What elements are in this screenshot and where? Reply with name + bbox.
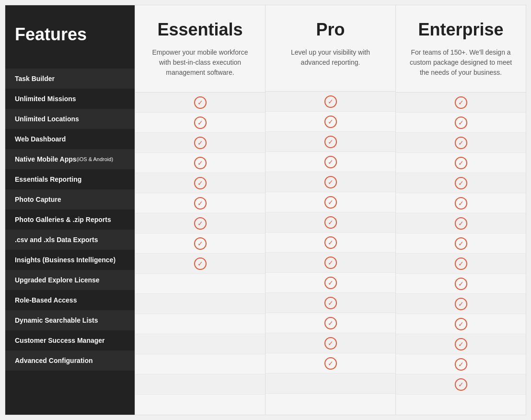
check-icon: ✓ bbox=[194, 137, 207, 149]
enterprise-column: Enterprise For teams of 150+. We'll desi… bbox=[395, 5, 526, 415]
check-icon: ✓ bbox=[455, 338, 467, 350]
feature-label: Dynamic Searchable Lists bbox=[15, 316, 98, 324]
check-cell: ✓ bbox=[266, 353, 395, 373]
enterprise-checks: ✓✓✓✓✓✓✓✓✓✓✓✓✓✓✓ bbox=[396, 93, 526, 395]
check-icon: ✓ bbox=[194, 197, 207, 210]
check-cell: ✓ bbox=[135, 233, 265, 254]
feature-item: Photo Capture bbox=[5, 189, 135, 210]
feature-label: Unlimited Missions bbox=[15, 95, 76, 103]
check-icon: ✓ bbox=[324, 156, 337, 168]
check-cell: ✓ bbox=[396, 113, 526, 133]
check-cell: ✓ bbox=[135, 173, 265, 193]
check-icon: ✓ bbox=[324, 317, 337, 329]
check-cell bbox=[135, 354, 265, 374]
check-cell: ✓ bbox=[396, 314, 526, 334]
check-cell: ✓ bbox=[396, 233, 526, 254]
check-cell: ✓ bbox=[266, 313, 395, 333]
check-icon: ✓ bbox=[324, 196, 337, 209]
check-cell: ✓ bbox=[266, 233, 395, 253]
check-cell: ✓ bbox=[135, 93, 265, 113]
feature-item: Essentials Reporting bbox=[5, 169, 135, 189]
feature-label: Native Mobile Apps bbox=[15, 155, 77, 163]
check-icon: ✓ bbox=[194, 96, 207, 109]
check-icon: ✓ bbox=[194, 237, 207, 250]
check-icon: ✓ bbox=[455, 197, 467, 210]
check-cell: ✓ bbox=[266, 273, 395, 293]
check-cell bbox=[135, 274, 265, 294]
check-icon: ✓ bbox=[324, 257, 337, 269]
feature-item: Unlimited Locations bbox=[5, 109, 135, 129]
feature-item: Dynamic Searchable Lists bbox=[5, 310, 135, 330]
check-cell: ✓ bbox=[266, 253, 395, 273]
pro-header: Pro Level up your visibility with advanc… bbox=[266, 5, 395, 92]
feature-label: Photo Capture bbox=[15, 196, 61, 203]
check-icon: ✓ bbox=[324, 337, 337, 350]
features-header: Features bbox=[5, 5, 135, 69]
essentials-column: Essentials Empower your mobile workforce… bbox=[135, 5, 265, 415]
feature-label: Customer Success Manager bbox=[15, 337, 105, 344]
check-icon: ✓ bbox=[324, 136, 337, 148]
pricing-table: Features Task BuilderUnlimited MissionsU… bbox=[5, 5, 526, 415]
check-cell: ✓ bbox=[396, 334, 526, 354]
feature-item: Unlimited Missions bbox=[5, 89, 135, 109]
check-icon: ✓ bbox=[455, 257, 467, 270]
check-cell: ✓ bbox=[135, 153, 265, 173]
features-list: Task BuilderUnlimited MissionsUnlimited … bbox=[5, 69, 135, 371]
check-icon: ✓ bbox=[455, 378, 467, 391]
essentials-header: Essentials Empower your mobile workforce… bbox=[135, 5, 265, 93]
check-cell: ✓ bbox=[266, 92, 395, 112]
check-icon: ✓ bbox=[455, 318, 467, 330]
check-icon: ✓ bbox=[455, 137, 467, 149]
feature-item: Role-Based Access bbox=[5, 290, 135, 310]
check-cell: ✓ bbox=[396, 274, 526, 294]
feature-label: Task Builder bbox=[15, 75, 55, 82]
check-icon: ✓ bbox=[194, 217, 207, 230]
feature-label: Upgraded Explore License bbox=[15, 276, 100, 284]
check-icon: ✓ bbox=[455, 237, 467, 250]
check-cell: ✓ bbox=[396, 173, 526, 193]
feature-item: Web Dashboard bbox=[5, 129, 135, 149]
feature-label: Advanced Configuration bbox=[15, 357, 93, 364]
essentials-checks: ✓✓✓✓✓✓✓✓✓ bbox=[135, 93, 265, 395]
check-cell: ✓ bbox=[266, 172, 395, 192]
check-cell: ✓ bbox=[396, 153, 526, 173]
check-icon: ✓ bbox=[455, 278, 467, 290]
check-cell: ✓ bbox=[135, 193, 265, 213]
feature-label: Role-Based Access bbox=[15, 296, 77, 304]
check-icon: ✓ bbox=[324, 95, 337, 108]
check-cell bbox=[266, 373, 395, 394]
essentials-description: Empower your mobile workforce with best-… bbox=[148, 47, 253, 78]
check-icon: ✓ bbox=[455, 177, 467, 189]
feature-label: Essentials Reporting bbox=[15, 175, 81, 183]
check-cell bbox=[135, 314, 265, 334]
check-icon: ✓ bbox=[194, 157, 207, 169]
check-icon: ✓ bbox=[194, 117, 207, 129]
feature-item: Insights (Business Intelligence) bbox=[5, 250, 135, 270]
check-cell: ✓ bbox=[396, 213, 526, 233]
feature-label: Insights (Business Intelligence) bbox=[15, 256, 115, 264]
check-icon: ✓ bbox=[455, 298, 467, 310]
enterprise-description: For teams of 150+. We'll design a custom… bbox=[408, 47, 514, 78]
feature-item: Upgraded Explore License bbox=[5, 270, 135, 290]
check-cell: ✓ bbox=[266, 212, 395, 233]
pro-column: Pro Level up your visibility with advanc… bbox=[265, 5, 395, 415]
check-cell: ✓ bbox=[396, 254, 526, 274]
check-icon: ✓ bbox=[324, 357, 337, 370]
check-cell: ✓ bbox=[396, 374, 526, 395]
check-cell bbox=[135, 334, 265, 354]
check-cell: ✓ bbox=[266, 333, 395, 353]
feature-item: Task Builder bbox=[5, 69, 135, 89]
check-icon: ✓ bbox=[324, 216, 337, 229]
check-cell: ✓ bbox=[396, 93, 526, 113]
feature-label: Unlimited Locations bbox=[15, 115, 79, 123]
check-cell: ✓ bbox=[266, 293, 395, 313]
feature-label: Web Dashboard bbox=[15, 135, 66, 143]
check-cell: ✓ bbox=[266, 152, 395, 172]
check-cell: ✓ bbox=[266, 192, 395, 212]
check-cell: ✓ bbox=[135, 213, 265, 233]
check-cell bbox=[135, 294, 265, 314]
features-title: Features bbox=[15, 24, 125, 45]
check-cell: ✓ bbox=[396, 354, 526, 374]
check-icon: ✓ bbox=[194, 177, 207, 189]
check-cell bbox=[135, 374, 265, 395]
